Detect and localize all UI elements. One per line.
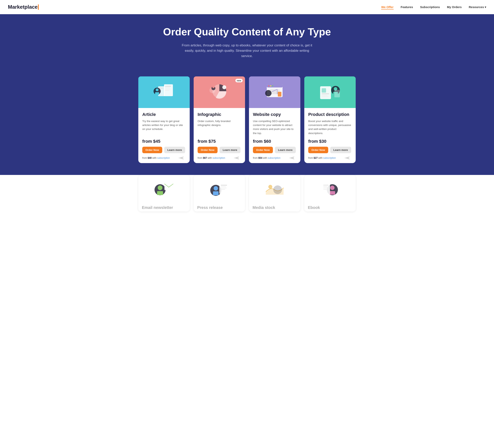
nav-item-subscriptions[interactable]: Subscriptions (420, 5, 440, 9)
nav-link-we-offer[interactable]: We Offer (381, 5, 394, 10)
subscription-info-website-copy: from $54 with subscription (253, 157, 280, 159)
svg-rect-3 (165, 89, 171, 89)
card-actions-article: Order Now Learn more (142, 147, 186, 153)
bottom-card-ebook[interactable]: Ebook (304, 175, 356, 212)
card-product-description: Product description Boost your website t… (304, 76, 356, 163)
svg-rect-2 (165, 87, 170, 88)
hero-subtitle: From articles, through web copy, up to e… (180, 43, 314, 59)
svg-rect-34 (334, 90, 340, 97)
svg-rect-57 (323, 189, 327, 189)
card-title-product-description: Product description (308, 112, 352, 117)
cards-grid: Article Try the easiest way to get great… (138, 76, 356, 163)
svg-point-49 (273, 185, 282, 194)
svg-rect-55 (323, 186, 327, 187)
nav-link-resources[interactable]: Resources (469, 5, 486, 9)
card-body-article: Article Try the easiest way to get great… (138, 108, 190, 163)
learn-more-button-product-description[interactable]: Learn more (330, 147, 351, 153)
order-now-button-product-description[interactable]: Order Now (308, 147, 328, 153)
bottom-card-label-media-stock: Media stock (249, 202, 300, 212)
card-desc-infographic: Order custom, fully branded infographic … (198, 119, 241, 135)
navbar: Marketplace We Offer Features Subscripti… (0, 0, 494, 14)
bottom-card-email[interactable]: Email newsletter (138, 175, 190, 212)
card-infographic: new Infographic Order custom, fully bran… (194, 76, 245, 163)
svg-rect-44 (221, 186, 226, 187)
card-body-infographic: Infographic Order custom, fully branded … (194, 108, 245, 163)
nav-item-features[interactable]: Features (401, 5, 413, 9)
subscription-link-infographic[interactable]: subscription (212, 157, 225, 159)
nav-link-my-orders[interactable]: My Orders (447, 5, 462, 9)
card-price-product-description: from $30 (308, 139, 352, 144)
bottom-card-media-stock[interactable]: Media stock (249, 175, 300, 212)
svg-point-19 (270, 85, 271, 86)
nav-item-we-offer[interactable]: We Offer (381, 5, 394, 9)
bottom-card-image-ebook (304, 175, 356, 202)
card-article: Article Try the easiest way to get great… (138, 76, 190, 163)
svg-rect-41 (213, 191, 219, 195)
svg-rect-29 (322, 95, 328, 95)
svg-point-15 (212, 86, 215, 88)
nav-item-resources[interactable]: Resources (469, 5, 486, 9)
bottom-card-press-release[interactable]: Press release (194, 175, 245, 212)
logo-text: Marketplace (8, 4, 37, 10)
svg-rect-28 (322, 93, 329, 94)
svg-rect-54 (323, 185, 328, 185)
nav-links: We Offer Features Subscriptions My Order… (381, 5, 486, 9)
subscription-link-website-copy[interactable]: subscription (268, 157, 280, 159)
bottom-card-label-ebook: Ebook (304, 202, 356, 212)
nav-link-features[interactable]: Features (401, 5, 413, 9)
order-now-button-article[interactable]: Order Now (142, 147, 162, 153)
svg-rect-4 (165, 90, 169, 91)
cards-section: Article Try the easiest way to get great… (0, 69, 494, 175)
svg-point-40 (214, 186, 218, 190)
nav-item-my-orders[interactable]: My Orders (447, 5, 462, 9)
order-now-button-infographic[interactable]: Order Now (198, 147, 218, 153)
svg-rect-30 (322, 96, 329, 97)
subscription-link-article[interactable]: subscription (157, 157, 170, 159)
svg-rect-27 (322, 88, 326, 93)
bottom-section: Email newsletter Press release Media sto… (0, 175, 494, 219)
card-image-product-description (304, 76, 356, 108)
svg-rect-1 (165, 86, 171, 87)
card-price-infographic: from $75 (198, 139, 241, 144)
card-actions-website-copy: Order Now Learn more (253, 147, 296, 153)
svg-rect-52 (330, 191, 335, 195)
card-website-copy: Website copy Use compelling SEO-optimize… (249, 76, 300, 163)
subscription-link-product-description[interactable]: subscription (323, 157, 336, 159)
card-image-infographic: new (194, 76, 245, 108)
logo[interactable]: Marketplace (8, 4, 39, 10)
learn-more-button-article[interactable]: Learn more (164, 147, 185, 153)
svg-rect-45 (221, 188, 227, 188)
logo-bar-icon (38, 4, 39, 10)
bottom-card-image-email (138, 175, 190, 202)
card-image-article (138, 76, 190, 108)
bottom-card-label-email: Email newsletter (138, 202, 190, 212)
subscription-info-article: from $40 with subscription (142, 157, 170, 159)
card-title-article: Article (142, 112, 186, 117)
card-image-website-copy (249, 76, 300, 108)
card-price-website-copy: from $60 (253, 139, 296, 144)
svg-rect-53 (322, 183, 330, 195)
card-title-website-copy: Website copy (253, 112, 296, 117)
card-sub-article: from $40 with subscription (142, 156, 186, 160)
chevron-down-icon (485, 5, 486, 9)
order-now-button-website-copy[interactable]: Order Now (253, 147, 273, 153)
hero-title: Order Quality Content of Any Type (158, 26, 336, 38)
svg-point-20 (272, 85, 273, 86)
card-desc-website-copy: Use compelling SEO-optimized content for… (253, 119, 296, 135)
svg-point-51 (330, 186, 334, 190)
svg-point-18 (268, 85, 269, 86)
svg-rect-43 (221, 185, 227, 186)
bottom-card-label-press-release: Press release (194, 202, 245, 212)
learn-more-button-website-copy[interactable]: Learn more (275, 147, 296, 153)
svg-point-48 (268, 185, 272, 189)
card-actions-product-description: Order Now Learn more (308, 147, 352, 153)
svg-point-9 (156, 88, 159, 91)
svg-rect-26 (320, 86, 331, 99)
card-sub-infographic: from $67 with subscription (198, 156, 241, 160)
card-actions-infographic: Order Now Learn more (198, 147, 241, 153)
new-badge: new (235, 79, 243, 82)
subscription-info-infographic: from $67 with subscription (198, 157, 225, 159)
learn-more-button-infographic[interactable]: Learn more (220, 147, 240, 153)
hero-section: Order Quality Content of Any Type From a… (0, 14, 494, 69)
nav-link-subscriptions[interactable]: Subscriptions (420, 5, 440, 9)
